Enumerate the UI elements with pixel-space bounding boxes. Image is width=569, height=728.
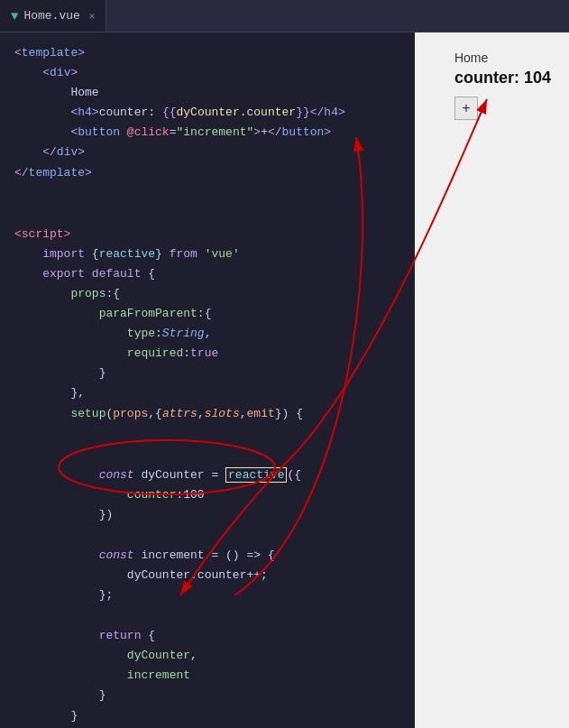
code-line-34: } <box>14 706 400 726</box>
tab-label: Home.vue <box>23 9 79 23</box>
code-line-13: props:{ <box>14 284 400 304</box>
code-line-29 <box>14 605 400 626</box>
home-vue-tab[interactable]: ▼ Home.vue ✕ <box>0 0 106 32</box>
tab-bar: ▼ Home.vue ✕ <box>0 0 569 32</box>
code-line-21 <box>14 445 400 465</box>
main-layout: <template> <div> Home <h4>counter: {{dyC… <box>0 32 569 728</box>
code-line-32: increment <box>14 666 400 686</box>
code-line-7: </template> <box>14 163 400 183</box>
code-panel: <template> <div> Home <h4>counter: {{dyC… <box>0 32 415 728</box>
code-line-6: </div> <box>14 143 400 162</box>
preview-counter: counter: 104 <box>454 69 551 88</box>
code-line-8 <box>14 183 400 204</box>
code-line-26: const increment = () => { <box>14 546 400 566</box>
code-line-16: required:true <box>14 344 400 364</box>
code-line-2: <div> <box>14 63 400 83</box>
code-line-20 <box>14 424 400 445</box>
reactive-keyword: reactive <box>225 467 287 483</box>
code-line-14: paraFromParent:{ <box>14 304 400 324</box>
code-line-25 <box>14 525 400 546</box>
code-line-4: <h4>counter: {{dyCounter.counter}}</h4> <box>14 103 400 123</box>
increment-button[interactable]: + <box>454 97 478 120</box>
code-line-5: <button @click="increment">+</button> <box>14 123 400 143</box>
code-line-1: <template> <box>14 43 400 63</box>
code-line-3: Home <box>14 83 400 103</box>
code-line-11: import {reactive} from 'vue' <box>14 244 400 264</box>
code-line-24: }) <box>14 505 400 525</box>
code-line-33: } <box>14 686 400 705</box>
code-line-22: const dyCounter = reactive({ <box>14 465 400 485</box>
preview-panel: Home counter: 104 + <box>415 32 569 728</box>
preview-home-label: Home <box>454 51 551 65</box>
code-line-18: }, <box>14 383 400 403</box>
code-line-19: setup(props,{attrs,slots,emit}) { <box>14 404 400 424</box>
code-line-17: } <box>14 364 400 383</box>
code-line-12: export default { <box>14 264 400 284</box>
code-line-30: return { <box>14 626 400 646</box>
tab-close-button[interactable]: ✕ <box>89 10 96 22</box>
code-line-31: dyCounter, <box>14 646 400 666</box>
code-line-28: }; <box>14 585 400 605</box>
code-line-10: <script> <box>14 225 400 244</box>
vue-icon: ▼ <box>11 9 18 23</box>
preview-content: Home counter: 104 + <box>454 51 551 120</box>
code-line-15: type:String, <box>14 324 400 344</box>
code-line-27: dyCounter.counter++; <box>14 566 400 585</box>
code-line-23: counter:100 <box>14 485 400 505</box>
code-line-9 <box>14 204 400 225</box>
